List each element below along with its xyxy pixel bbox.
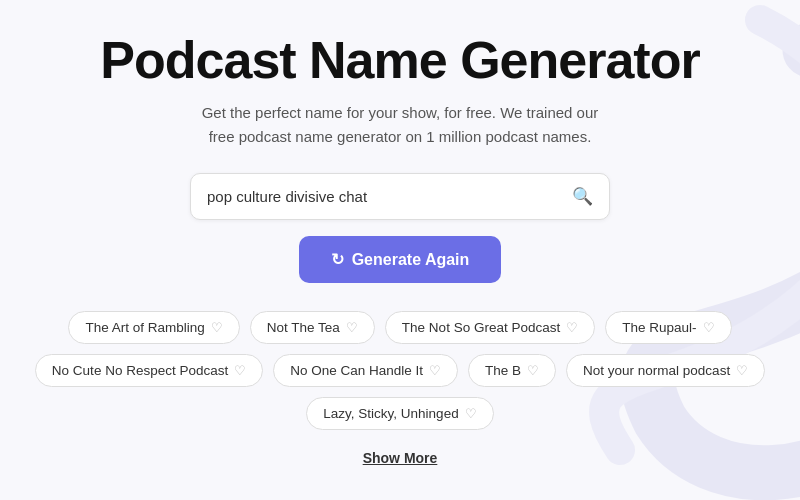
result-chip-9[interactable]: Lazy, Sticky, Unhinged ♡ [306,397,493,430]
heart-icon: ♡ [703,320,715,335]
heart-icon: ♡ [566,320,578,335]
results-row-2: No Cute No Respect Podcast ♡ No One Can … [35,354,765,387]
generate-button[interactable]: ↻ Generate Again [299,236,502,283]
search-input[interactable] [207,188,572,205]
result-chip-6[interactable]: No One Can Handle It ♡ [273,354,458,387]
main-content: Podcast Name Generator Get the perfect n… [0,0,800,466]
show-more-button[interactable]: Show More [363,450,438,466]
heart-icon: ♡ [346,320,358,335]
heart-icon: ♡ [465,406,477,421]
result-chip-3[interactable]: The Not So Great Podcast ♡ [385,311,595,344]
results-row-3: Lazy, Sticky, Unhinged ♡ [306,397,493,430]
result-chip-4[interactable]: The Rupaul- ♡ [605,311,731,344]
result-chip-7[interactable]: The B ♡ [468,354,556,387]
results-container: The Art of Rambling ♡ Not The Tea ♡ The … [40,311,760,466]
subtitle: Get the perfect name for your show, for … [202,101,599,149]
heart-icon: ♡ [234,363,246,378]
results-row-1: The Art of Rambling ♡ Not The Tea ♡ The … [68,311,731,344]
heart-icon: ♡ [211,320,223,335]
heart-icon: ♡ [429,363,441,378]
result-chip-8[interactable]: Not your normal podcast ♡ [566,354,765,387]
heart-icon: ♡ [527,363,539,378]
result-chip-5[interactable]: No Cute No Respect Podcast ♡ [35,354,263,387]
result-chip-1[interactable]: The Art of Rambling ♡ [68,311,239,344]
heart-icon: ♡ [736,363,748,378]
result-chip-2[interactable]: Not The Tea ♡ [250,311,375,344]
search-box: 🔍 [190,173,610,220]
search-icon: 🔍 [572,186,593,207]
refresh-icon: ↻ [331,250,344,269]
page-title: Podcast Name Generator [100,32,699,89]
